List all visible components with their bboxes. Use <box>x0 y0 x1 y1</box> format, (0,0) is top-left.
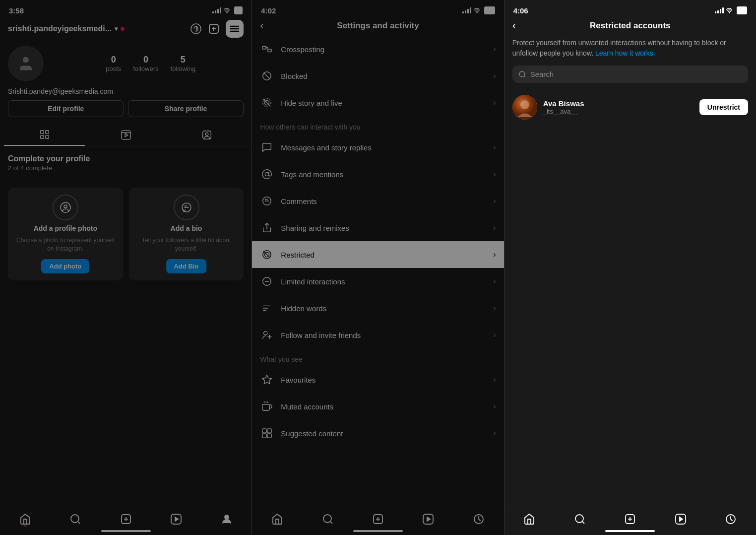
svg-marker-12 <box>125 133 127 136</box>
menu-button[interactable] <box>226 20 244 38</box>
email-display: Srishti.pandey@igeeksmedia.com <box>0 85 252 100</box>
signal-icon-2 <box>462 7 471 13</box>
reels-nav-icon-2 <box>422 513 434 525</box>
username-text: srishti.pandeyigeeksmedi... <box>8 24 112 33</box>
following-count: 5 <box>181 55 186 65</box>
restricted-user-info: Ava Biswas _its__ava__ <box>543 99 693 115</box>
settings-item-limited[interactable]: Limited interactions › <box>252 268 504 295</box>
settings-item-hidden-words[interactable]: Hidden words › <box>252 295 504 322</box>
add-icon[interactable] <box>208 23 220 35</box>
settings-item-follow[interactable]: Follow and invite friends › <box>252 322 504 348</box>
signal-icon-3 <box>715 7 724 13</box>
settings-list: Crossposting › Blocked › Hide story and … <box>252 36 504 508</box>
nav-reels-3[interactable] <box>655 513 705 525</box>
photo-card-title: Add a profile photo <box>34 224 97 232</box>
hidden-words-icon <box>260 301 274 315</box>
reels-nav-icon-1 <box>170 513 182 525</box>
header-icons <box>190 20 244 38</box>
complete-sub: 2 of 4 complete <box>8 164 244 172</box>
settings-item-hide-story[interactable]: Hide story and live › <box>252 89 504 116</box>
share-profile-button[interactable]: Share profile <box>128 100 244 117</box>
chat-circle-icon <box>181 201 192 213</box>
settings-item-blocked[interactable]: Blocked › <box>252 63 504 89</box>
threads-icon[interactable] <box>190 23 202 35</box>
svg-point-16 <box>64 205 67 208</box>
restricted-back-button[interactable]: ‹ <box>512 19 516 32</box>
avatar-svg <box>512 95 537 120</box>
suggested-icon <box>260 426 274 440</box>
tab-tagged[interactable] <box>167 124 248 146</box>
hidden-words-label: Hidden words <box>281 304 493 313</box>
nav-activity-2[interactable] <box>453 513 504 525</box>
nav-search-1[interactable] <box>50 513 100 525</box>
svg-marker-44 <box>262 375 271 384</box>
settings-item-crossposting[interactable]: Crossposting › <box>252 36 504 63</box>
svg-marker-58 <box>427 517 430 521</box>
nav-activity-3[interactable] <box>706 513 756 525</box>
nav-profile-1[interactable] <box>201 513 252 525</box>
settings-item-restricted[interactable]: Restricted › <box>252 241 504 268</box>
svg-point-60 <box>519 71 525 77</box>
chevron-blocked: › <box>493 71 496 80</box>
svg-marker-70 <box>680 517 683 521</box>
settings-item-messages[interactable]: Messages and story replies › <box>252 134 504 161</box>
nav-add-2[interactable] <box>353 513 403 525</box>
tab-reels[interactable] <box>85 124 167 146</box>
posts-stat[interactable]: 0 posts <box>106 55 121 72</box>
profile-nav-icon-1 <box>221 513 233 525</box>
dropdown-icon: ▾ <box>115 25 118 32</box>
svg-rect-11 <box>122 131 130 139</box>
section-interact-label: How others can interact with you <box>252 116 504 134</box>
settings-item-comments[interactable]: Comments › <box>252 188 504 214</box>
settings-item-tags[interactable]: Tags and mentions › <box>252 161 504 188</box>
nav-add-3[interactable] <box>605 513 655 525</box>
nav-reels-2[interactable] <box>403 513 453 525</box>
settings-item-sharing[interactable]: Sharing and remixes › <box>252 214 504 241</box>
following-stat[interactable]: 5 following <box>171 55 196 72</box>
settings-item-favourites[interactable]: Favourites › <box>252 366 504 393</box>
comment-icon <box>260 194 274 208</box>
svg-point-41 <box>264 332 267 335</box>
svg-rect-49 <box>267 429 271 433</box>
settings-item-muted[interactable]: Muted accounts › <box>252 393 504 420</box>
nav-reels-1[interactable] <box>151 513 201 525</box>
chevron-favourites: › <box>493 375 496 384</box>
followers-count: 0 <box>143 55 148 65</box>
followers-stat[interactable]: 0 followers <box>133 55 158 72</box>
svg-point-34 <box>265 172 269 176</box>
edit-profile-button[interactable]: Edit profile <box>8 100 124 117</box>
nav-search-2[interactable] <box>303 513 353 525</box>
settings-back-button[interactable]: ‹ <box>260 19 263 32</box>
photo-card-icon <box>53 195 78 220</box>
restricted-panel: 4:06 84 ‹ Restricted accounts Protect yo… <box>504 0 756 535</box>
reels-icon <box>121 130 131 140</box>
unrestrict-button[interactable]: Unrestrict <box>699 99 748 115</box>
profile-header: srishti.pandeyigeeksmedi... ▾ <box>0 18 252 42</box>
section-see-label: What you see <box>252 348 504 366</box>
nav-add-1[interactable] <box>101 513 151 525</box>
status-bar-2: 4:02 84 <box>252 0 504 18</box>
settings-panel: 4:02 84 ‹ Settings and activity Crosspos… <box>252 0 504 535</box>
wifi-icon-2 <box>474 7 482 13</box>
settings-header: ‹ Settings and activity <box>252 18 504 36</box>
nav-search-3[interactable] <box>555 513 605 525</box>
add-post-icon-1 <box>120 513 132 525</box>
learn-how-link[interactable]: Learn how it works. <box>595 49 655 57</box>
username-area[interactable]: srishti.pandeyigeeksmedi... ▾ <box>8 24 125 33</box>
chevron-sharing: › <box>493 223 496 232</box>
add-photo-button[interactable]: Add photo <box>41 259 89 273</box>
share-icon <box>260 221 274 235</box>
tab-grid[interactable] <box>4 124 85 146</box>
chevron-hide-story: › <box>493 98 496 107</box>
restricted-user-name: Ava Biswas <box>543 99 693 108</box>
home-bar-3 <box>605 530 655 532</box>
nav-home-2[interactable] <box>252 513 302 525</box>
nav-home-1[interactable] <box>0 513 50 525</box>
settings-item-suggested[interactable]: Suggested content › <box>252 420 504 447</box>
add-bio-button[interactable]: Add Bio <box>166 259 207 273</box>
avatar[interactable] <box>8 46 44 81</box>
restricted-search-bar[interactable] <box>512 66 748 83</box>
nav-home-3[interactable] <box>504 513 555 525</box>
search-input-3[interactable] <box>530 70 742 78</box>
signal-icon-1 <box>212 7 221 13</box>
